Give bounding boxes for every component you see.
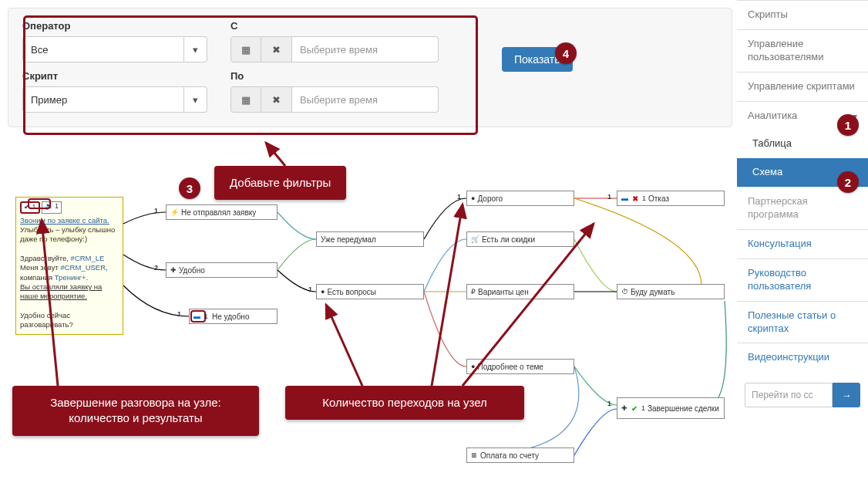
svg-line-0 xyxy=(266,143,285,166)
sidebar-item-articles[interactable]: Полезные статьи о скриптах xyxy=(737,301,868,343)
callout-completion: Завершение разговора на узле: количество… xyxy=(12,386,259,436)
svg-line-2 xyxy=(326,305,362,386)
goto-input[interactable]: Перейти по сс xyxy=(745,383,833,407)
sidebar-item-consult[interactable]: Консультация xyxy=(737,229,868,258)
svg-line-1 xyxy=(42,220,58,386)
goto-button[interactable]: → xyxy=(833,383,860,407)
sidebar-item-video[interactable]: Видеоинструкции xyxy=(737,343,868,372)
annotation-badge-3: 3 xyxy=(179,177,200,199)
callout-transitions: Количество переходов на узел xyxy=(285,386,524,420)
sidebar-item-partner[interactable]: Партнерская программа xyxy=(737,187,868,229)
svg-line-3 xyxy=(432,204,463,386)
sidebar: Скрипты Управление пользователями Управл… xyxy=(737,0,868,407)
annotation-badge-1: 1 xyxy=(837,114,859,136)
annotation-badge-4: 4 xyxy=(555,42,577,64)
sidebar-item-scripts[interactable]: Скрипты xyxy=(737,0,868,29)
annotation-badge-2: 2 xyxy=(837,171,859,193)
sidebar-item-guide[interactable]: Руководство пользователя xyxy=(737,258,868,301)
sidebar-item-manage-scripts[interactable]: Управление скриптами xyxy=(737,72,868,101)
sidebar-item-users[interactable]: Управление пользователями xyxy=(737,29,868,72)
callout-add-filters: Добавьте фильтры xyxy=(214,166,346,200)
svg-line-4 xyxy=(463,224,594,386)
